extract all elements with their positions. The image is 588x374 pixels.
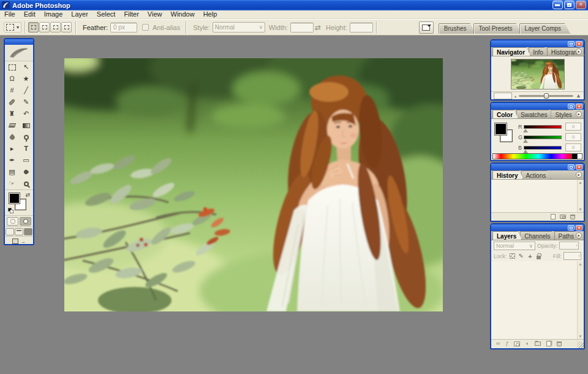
tool-type[interactable]: T [19,143,33,155]
add-layer-mask-button[interactable] [514,342,520,346]
tool-preset-picker[interactable]: ▾ [4,22,21,32]
intersect-selection-button[interactable] [61,22,72,32]
delete-state-button[interactable] [570,215,575,219]
style-dropdown[interactable]: Normal ∨ [213,22,265,32]
new-layer-button[interactable] [546,341,551,346]
lock-pixels-button[interactable]: ✎ [518,253,525,260]
antialias-checkbox[interactable] [142,24,149,31]
navigator-thumbnail[interactable] [511,59,565,90]
panel-menu-icon[interactable]: ▸ [576,172,582,178]
tab-channels[interactable]: Channels [520,231,556,240]
menu-view[interactable]: View [143,10,167,18]
tool-healing-brush[interactable] [5,96,19,108]
scroll-up-icon[interactable]: ▲ [578,262,582,266]
menu-layer[interactable]: Layer [67,10,92,18]
tool-brush[interactable]: ✎ [19,96,33,108]
tool-notes[interactable]: ▤ [5,166,19,178]
tool-eraser[interactable] [5,120,19,131]
new-layer-set-button[interactable] [535,342,541,346]
scroll-up-icon[interactable]: ▲ [578,180,582,185]
tab-navigator[interactable]: Navigator [492,47,530,56]
panel-close-button[interactable]: × [576,104,582,109]
green-value-input[interactable]: 0 [565,133,581,141]
tool-eyedropper[interactable] [19,166,33,178]
panel-close-button[interactable]: × [576,164,582,170]
tool-blur[interactable] [5,131,19,143]
menu-window[interactable]: Window [167,10,199,18]
tool-rectangular-marquee[interactable] [5,61,19,73]
tool-pen[interactable]: ✒ [5,155,19,166]
lock-transparency-button[interactable] [509,253,516,260]
history-panel-titlebar[interactable]: × [491,164,584,170]
feather-input[interactable]: 0 px [110,23,137,32]
minimize-button[interactable] [552,1,563,9]
layers-panel-titlebar[interactable]: × [491,224,584,231]
panel-minimize-button[interactable] [568,225,575,231]
color-panel-titlebar[interactable]: × [491,103,584,110]
foreground-color-swatch[interactable] [495,123,507,135]
fullscreen-button[interactable] [24,228,32,235]
new-selection-button[interactable] [28,22,39,32]
tool-clone-stamp[interactable]: ♜ [5,108,19,120]
default-colors-icon[interactable] [8,208,13,213]
palette-tab-brushes[interactable]: Brushes [439,23,476,34]
menu-select[interactable]: Select [92,10,120,18]
close-button[interactable]: × [576,1,586,9]
new-document-from-state-button[interactable] [551,214,556,219]
tab-layers[interactable]: Layers [492,231,522,240]
tool-gradient[interactable] [19,120,33,131]
lock-position-button[interactable]: + [527,253,534,260]
history-scrollbar[interactable]: ▲ ▼ [577,180,584,212]
adjustment-layer-icon[interactable]: ◐ [526,341,529,346]
menu-edit[interactable]: Edit [20,10,40,18]
blue-slider[interactable] [524,146,562,150]
navigator-zoom-slider[interactable] [519,95,573,97]
swap-dimensions-icon[interactable]: ⇄ [315,23,321,32]
green-slider[interactable] [524,135,562,139]
panel-menu-icon[interactable]: ▸ [576,232,582,239]
tab-info[interactable]: Info [529,47,549,56]
panel-close-button[interactable]: × [576,225,582,231]
palette-tab-layer-comps[interactable]: Layer Comps [519,23,570,34]
navigator-panel-titlebar[interactable]: × [491,40,584,47]
zoom-out-icon[interactable]: ▴ [514,94,516,98]
tool-rectangle[interactable]: ▭ [19,155,33,166]
toolbox-titlebar[interactable] [5,39,33,45]
jump-to-imageready-button[interactable]: → [5,236,33,246]
restore-button[interactable] [564,1,575,9]
spectrum-black-swatch[interactable] [571,153,577,159]
tab-styles[interactable]: Styles [551,110,577,118]
add-to-selection-button[interactable] [39,22,50,32]
opacity-input[interactable] [559,242,579,250]
height-input[interactable] [350,23,373,32]
new-snapshot-button[interactable] [560,215,566,219]
link-layers-icon[interactable]: ∞ [496,341,500,346]
scroll-down-icon[interactable]: ▼ [578,207,582,212]
panel-close-button[interactable]: × [576,41,582,47]
tool-hand[interactable]: ☞ [5,178,19,189]
foreground-color-swatch[interactable] [9,193,20,204]
navigator-zoom-input[interactable] [494,93,512,99]
delete-layer-button[interactable] [557,342,562,346]
file-browser-button[interactable] [419,21,434,34]
swap-colors-icon[interactable]: ⇄ [25,192,30,198]
layer-style-icon[interactable]: ƒ [505,341,508,346]
menu-image[interactable]: Image [40,10,67,18]
zoom-slider-thumb[interactable] [544,93,549,99]
width-input[interactable] [290,23,314,32]
tool-zoom[interactable] [19,178,33,189]
panel-minimize-button[interactable] [568,41,575,47]
palette-tab-tool-presets[interactable]: Tool Presets [473,23,522,34]
subtract-from-selection-button[interactable] [50,22,61,32]
tab-history[interactable]: History [492,170,523,179]
panel-resize-grip[interactable] [577,342,584,348]
tool-lasso[interactable]: Ω [5,73,19,85]
fill-input[interactable] [564,252,581,260]
tab-actions[interactable]: Actions [521,170,551,179]
tool-dodge[interactable] [19,131,33,143]
layers-scrollbar[interactable]: ▲ ▼ [577,261,584,339]
standard-mode-button[interactable] [7,217,18,226]
tool-magic-wand[interactable]: ★ [19,73,33,85]
canvas-document[interactable] [64,58,443,311]
tool-path-selection[interactable]: ▸ [5,143,19,155]
